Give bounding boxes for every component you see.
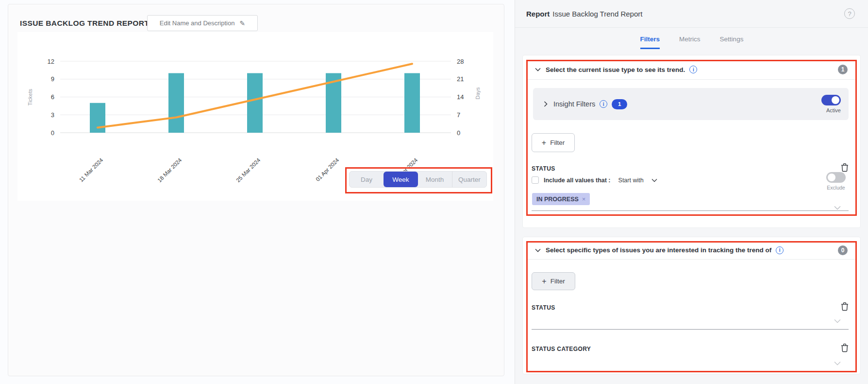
chevron-down-icon[interactable] — [651, 178, 657, 182]
status-field-label: STATUS — [532, 304, 555, 311]
include-values-checkbox[interactable] — [532, 176, 539, 184]
svg-text:14: 14 — [457, 93, 464, 101]
insight-filters-label: Insight Filters — [553, 100, 595, 108]
trash-icon[interactable] — [841, 343, 849, 354]
svg-text:7: 7 — [457, 111, 460, 119]
include-values-label: Include all values that : — [544, 177, 611, 184]
svg-text:Tickets: Tickets — [27, 88, 33, 105]
insight-filters-count-badge: 1 — [612, 99, 627, 109]
include-values-row: Include all values that : Start with — [532, 176, 657, 184]
tab-filters[interactable]: Filters — [640, 35, 660, 49]
chevron-down-icon[interactable] — [535, 68, 541, 71]
section1-count-badge: 1 — [838, 65, 848, 74]
svg-text:12: 12 — [48, 58, 54, 65]
page-title: ISSUE BACKLOG TREND REPORT — [20, 19, 149, 28]
info-icon[interactable]: i — [689, 66, 697, 73]
status-value-tag: IN PROGRESS × — [532, 193, 590, 205]
toggle-knob — [828, 174, 835, 181]
active-toggle-label: Active — [826, 107, 841, 113]
svg-text:0: 0 — [457, 129, 460, 137]
svg-text:6: 6 — [51, 93, 54, 101]
tag-label: IN PROGRESS — [536, 196, 579, 203]
tab-settings[interactable]: Settings — [720, 35, 744, 49]
section2-title: Select specific types of issues you are … — [546, 246, 771, 254]
svg-text:0: 0 — [51, 129, 54, 137]
report-chart-panel: ISSUE BACKLOG TREND REPORT Edit Name and… — [8, 4, 504, 376]
exclude-toggle[interactable] — [826, 172, 846, 183]
add-filter-button[interactable]: + Filter — [532, 272, 575, 290]
match-option-select[interactable]: Start with — [618, 177, 644, 184]
section2-header: Select specific types of issues you are … — [528, 241, 855, 260]
svg-text:01 Apr 2024: 01 Apr 2024 — [315, 157, 340, 183]
edit-name-description-button[interactable]: Edit Name and Description ✎ — [147, 15, 258, 31]
chevron-down-icon[interactable] — [834, 316, 841, 325]
svg-text:3: 3 — [51, 111, 54, 119]
info-icon[interactable]: i — [600, 100, 607, 108]
current-issue-type-section: Select the current issue type to see its… — [522, 55, 861, 228]
chevron-down-icon[interactable] — [535, 248, 541, 252]
chevron-down-icon[interactable] — [834, 359, 841, 367]
section1-title: Select the current issue type to see its… — [546, 66, 685, 73]
panel-header-label: Report — [526, 10, 550, 18]
toggle-knob — [832, 96, 839, 104]
panel-header: Report Issue Backlog Trend Report ? — [515, 0, 868, 28]
pencil-icon: ✎ — [239, 19, 245, 27]
panel-header-title: Issue Backlog Trend Report — [552, 10, 642, 18]
svg-text:9: 9 — [51, 75, 54, 83]
issue-backlog-trend-report-page: ISSUE BACKLOG TREND REPORT Edit Name and… — [0, 0, 868, 384]
add-filter-button[interactable]: + Filter — [532, 133, 575, 152]
svg-text:21: 21 — [457, 75, 464, 83]
filter-button-label: Filter — [551, 278, 565, 285]
exclude-toggle-group: Exclude — [826, 172, 846, 191]
trash-icon[interactable] — [841, 302, 849, 313]
svg-text:25 Mar 2024: 25 Mar 2024 — [235, 157, 262, 184]
period-month-button[interactable]: Month — [418, 172, 452, 187]
tab-metrics[interactable]: Metrics — [679, 35, 701, 49]
period-week-button[interactable]: Week — [384, 172, 417, 187]
report-settings-panel: Report Issue Backlog Trend Report ? Filt… — [515, 0, 868, 384]
info-icon[interactable]: i — [776, 246, 784, 254]
section1-highlight-box — [526, 60, 857, 216]
status-category-field-label: STATUS CATEGORY — [532, 346, 591, 352]
panel-tabs: Filters Metrics Settings — [515, 35, 868, 49]
edit-button-label: Edit Name and Description — [160, 19, 235, 27]
chevron-right-icon[interactable] — [544, 101, 548, 107]
specific-issue-types-section: Select specific types of issues you are … — [522, 237, 861, 374]
insight-filters-row: Insight Filters i 1 Active — [533, 88, 849, 120]
plus-icon: + — [542, 278, 546, 285]
filter-button-label: Filter — [550, 139, 565, 146]
svg-text:Days: Days — [475, 87, 481, 100]
svg-text:11 Mar 2024: 11 Mar 2024 — [78, 157, 104, 183]
status-select-field[interactable] — [532, 329, 849, 330]
exclude-toggle-label: Exclude — [827, 185, 845, 191]
section2-highlight-box — [526, 241, 857, 372]
period-toggle-group: Day Week Month Quarter — [349, 171, 487, 188]
help-icon[interactable]: ? — [844, 8, 855, 19]
period-day-button[interactable]: Day — [350, 172, 384, 187]
plus-icon: + — [542, 139, 546, 147]
period-quarter-button[interactable]: Quarter — [452, 172, 486, 187]
svg-text:18 Mar 2024: 18 Mar 2024 — [156, 157, 183, 184]
svg-text:28: 28 — [457, 58, 464, 65]
remove-tag-icon[interactable]: × — [582, 195, 586, 203]
section1-header: Select the current issue type to see its… — [528, 60, 855, 80]
section2-count-badge: 0 — [838, 245, 848, 255]
status-field-label: STATUS — [532, 165, 555, 172]
status-select-field[interactable] — [532, 210, 849, 211]
active-toggle[interactable] — [821, 95, 841, 105]
